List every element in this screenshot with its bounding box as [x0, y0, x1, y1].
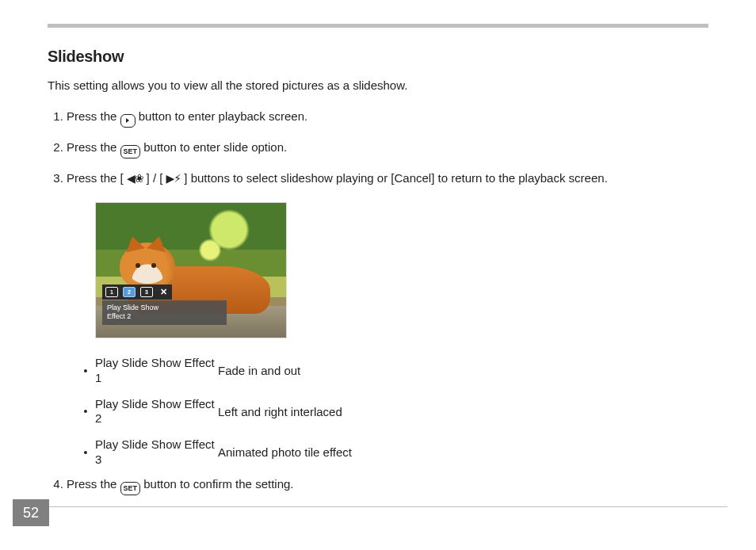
step-3-pre: Press the [	[67, 171, 127, 185]
bullet-icon: •	[76, 446, 95, 459]
effect-3-label: Play Slide Show Effect 3	[95, 437, 218, 468]
photo-caption: Play Slide Show Effect 2	[102, 300, 227, 325]
effect-1-label: Play Slide Show Effect 1	[95, 356, 218, 386]
example-photo: 1 2 3 ✕ Play Slide Show Effect 2	[95, 202, 287, 338]
step-2-post: button to enter slide option.	[143, 140, 287, 154]
right-arrow-icon: ▶⚡	[166, 172, 181, 185]
effects-table: • Play Slide Show Effect 1 Fade in and o…	[76, 356, 708, 468]
bottom-rule	[48, 506, 727, 507]
top-rule	[48, 24, 708, 28]
step-1-pre: Press the	[67, 109, 120, 123]
left-arrow-icon: ◀❀	[127, 172, 143, 185]
toolbar-effect-3-icon: 3	[140, 287, 153, 297]
toolbar-effect-1-icon: 1	[105, 287, 118, 297]
effect-1-desc: Fade in and out	[218, 364, 392, 377]
set-icon: SET	[120, 482, 141, 495]
photo-toolbar: 1 2 3 ✕	[102, 285, 172, 300]
intro-text: This setting allows you to view all the …	[48, 77, 708, 94]
bullet-icon: •	[76, 405, 95, 418]
step-2-pre: Press the	[67, 140, 120, 154]
step-1: Press the button to enter playback scree…	[67, 108, 708, 128]
step-3-mid: ] / [	[147, 171, 166, 185]
step-1-post: button to enter playback screen.	[139, 109, 307, 123]
step-3: Press the [ ◀❀ ] / [ ▶⚡ ] buttons to sel…	[67, 170, 708, 187]
step-3-post: ] buttons to select slideshow playing or…	[184, 171, 607, 185]
step-4-pre: Press the	[67, 477, 120, 491]
photo-caption-line1: Play Slide Show	[107, 304, 222, 313]
effect-2-label: Play Slide Show Effect 2	[95, 397, 218, 427]
step-4: Press the SET button to confirm the sett…	[67, 476, 708, 495]
page-number: 52	[13, 499, 49, 526]
step-4-post: button to confirm the setting.	[143, 477, 293, 491]
set-icon: SET	[120, 145, 141, 159]
toolbar-close-icon: ✕	[158, 287, 169, 297]
step-list-continued: Press the SET button to confirm the sett…	[48, 476, 708, 495]
photo-caption-line2: Effect 2	[107, 312, 222, 322]
section-heading: Slideshow	[48, 48, 708, 66]
toolbar-effect-2-icon: 2	[123, 287, 136, 297]
effect-2-desc: Left and right interlaced	[218, 405, 392, 418]
playback-icon	[120, 114, 136, 128]
effect-3-desc: Animated photo tile effect	[218, 445, 392, 459]
step-list: Press the button to enter playback scree…	[48, 108, 708, 186]
bullet-icon: •	[76, 365, 95, 377]
step-2: Press the SET button to enter slide opti…	[67, 139, 708, 159]
